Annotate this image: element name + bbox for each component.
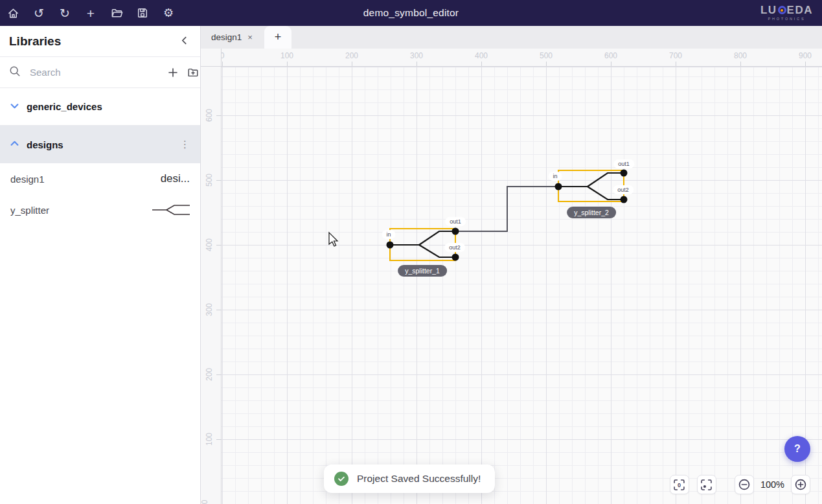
- design1-preview: desi...: [161, 172, 190, 185]
- port-label-out1: out1: [613, 159, 634, 168]
- undo-icon[interactable]: ↺: [26, 0, 52, 26]
- new-tab-button[interactable]: +: [264, 26, 291, 49]
- close-tab-icon[interactable]: ×: [247, 32, 253, 42]
- section-label: designs: [27, 139, 172, 150]
- horizontal-ruler: 0 100 200 300 400 500 600 700 800 900: [222, 49, 822, 67]
- logo-subtitle: PHOTONICS: [760, 17, 813, 21]
- logo-text-left: LU: [760, 5, 777, 16]
- schematic-drawing: [222, 67, 822, 504]
- search-input[interactable]: [30, 67, 159, 78]
- top-bar: ↺ ↻ + ⚙ demo_symbol_editor LU EDA PHOTON…: [0, 0, 822, 26]
- collapse-sidebar-icon[interactable]: [180, 36, 188, 47]
- toast-message: Project Saved Successfully!: [357, 473, 481, 485]
- new-icon[interactable]: +: [78, 0, 104, 26]
- sidebar-section-designs[interactable]: designs ⋮: [0, 126, 200, 163]
- tab-bar: design1 × +: [201, 26, 822, 49]
- port-dot-in: [387, 242, 394, 249]
- y-splitter-preview-icon: [152, 201, 190, 218]
- component-name-y-splitter-2[interactable]: y_splitter_2: [567, 207, 616, 218]
- chevron-down-icon[interactable]: [10, 101, 19, 113]
- port-dot-out2: [621, 196, 628, 203]
- port-label-out2: out2: [613, 185, 634, 194]
- search-icon: [9, 65, 21, 80]
- port-dot-out1: [452, 228, 459, 235]
- folder-plus-icon[interactable]: [187, 67, 199, 78]
- success-check-icon: [334, 472, 348, 486]
- port-label-in: in: [382, 230, 395, 239]
- port-label-out2: out2: [444, 243, 465, 252]
- sidebar-item-design1[interactable]: design1 desi...: [0, 163, 200, 194]
- sidebar-section-generic-devices[interactable]: generic_devices: [0, 88, 200, 126]
- zoom-in-button[interactable]: [791, 475, 810, 494]
- redo-icon[interactable]: ↻: [52, 0, 78, 26]
- vertical-ruler: 600 500 400 300 200 100 0: [201, 67, 222, 504]
- wire-connection: [455, 187, 558, 231]
- open-folder-icon[interactable]: [104, 0, 130, 26]
- save-icon[interactable]: [130, 0, 155, 26]
- port-dot-out1: [621, 170, 628, 177]
- zoom-to-fit-button[interactable]: [697, 475, 716, 494]
- port-label-out1: out1: [445, 217, 466, 226]
- zoom-level: 100%: [760, 479, 784, 490]
- home-icon[interactable]: [0, 0, 26, 26]
- svg-text:0: 0: [678, 481, 681, 488]
- add-library-icon[interactable]: [168, 67, 178, 78]
- toast-notification: Project Saved Successfully!: [324, 464, 495, 493]
- libraries-sidebar: Libraries generic_devices designs ⋮ desi…: [0, 26, 201, 504]
- luceda-photonics-logo: LU EDA PHOTONICS: [760, 5, 813, 21]
- zoom-to-origin-button[interactable]: 0: [670, 475, 689, 494]
- schematic-canvas[interactable]: in out1 out2 y_splitter_1 in out1 out2 y…: [222, 67, 822, 504]
- sidebar-header: Libraries: [0, 26, 200, 57]
- kebab-menu-icon[interactable]: ⋮: [180, 139, 190, 150]
- mouse-cursor: [329, 233, 337, 246]
- chevron-up-icon[interactable]: [10, 139, 19, 150]
- settings-gear-icon[interactable]: ⚙: [155, 0, 181, 26]
- zoom-out-button[interactable]: [735, 475, 754, 494]
- port-label-in: in: [548, 172, 562, 181]
- ruler-corner: [201, 49, 222, 67]
- port-dot-in: [555, 183, 562, 190]
- tab-design1[interactable]: design1 ×: [201, 26, 262, 49]
- section-label: generic_devices: [27, 101, 190, 112]
- search-row: [0, 57, 200, 88]
- sidebar-title: Libraries: [9, 34, 180, 49]
- help-button[interactable]: ?: [784, 436, 810, 462]
- logo-c-ring-icon: [778, 6, 786, 14]
- logo-text-right: EDA: [787, 5, 813, 16]
- port-dot-out2: [452, 254, 459, 261]
- canvas-controls: 0 100%: [670, 475, 810, 494]
- component-name-y-splitter-1[interactable]: y_splitter_1: [398, 265, 447, 277]
- sidebar-item-y-splitter[interactable]: y_splitter: [0, 194, 200, 225]
